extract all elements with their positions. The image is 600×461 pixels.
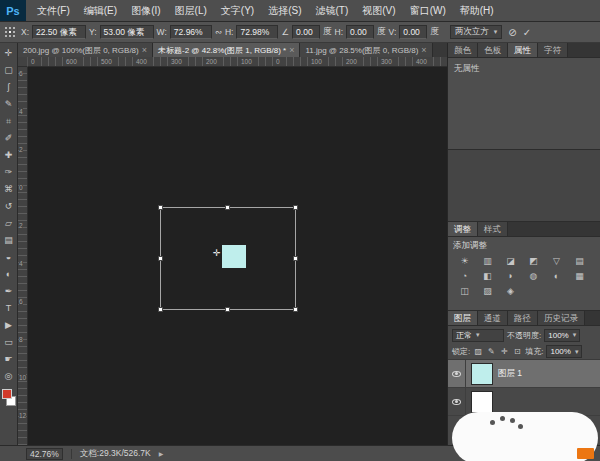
tab-adjustments[interactable]: 调整 bbox=[448, 222, 478, 236]
hand-tool[interactable]: ☛ bbox=[0, 351, 18, 368]
crop-tool[interactable]: ⌗ bbox=[0, 113, 18, 130]
lock-transparency-icon[interactable]: ▨ bbox=[473, 347, 483, 356]
layer-row-layer-1[interactable]: 图层 1 bbox=[448, 360, 600, 388]
invert-icon[interactable]: ◐ bbox=[545, 269, 568, 284]
tab-history[interactable]: 历史记录 bbox=[538, 311, 585, 325]
channel-mixer-icon[interactable]: ◍ bbox=[522, 269, 545, 284]
menu-item-type[interactable]: 文字(Y) bbox=[214, 0, 261, 21]
transform-handle-bottom-center[interactable] bbox=[225, 307, 230, 312]
menu-item-window[interactable]: 窗口(W) bbox=[403, 0, 453, 21]
vertical-ruler[interactable]: 6 4 2 0 2 4 6 8 10 12 bbox=[18, 67, 28, 445]
tab-paths[interactable]: 路径 bbox=[508, 311, 538, 325]
foreground-color-swatch[interactable] bbox=[2, 389, 12, 399]
history-brush-tool[interactable]: ↺ bbox=[0, 198, 18, 215]
menu-item-select[interactable]: 选择(S) bbox=[261, 0, 308, 21]
width-input[interactable]: 72.96% bbox=[170, 25, 212, 39]
layer-thumbnail[interactable] bbox=[471, 363, 493, 385]
photo-filter-icon[interactable]: ◗ bbox=[499, 269, 522, 284]
opacity-select[interactable]: 100% ▾ bbox=[544, 329, 580, 342]
black-white-icon[interactable]: ◧ bbox=[476, 269, 499, 284]
link-dimensions-icon[interactable]: ∾ bbox=[215, 27, 222, 37]
levels-icon[interactable]: ▥ bbox=[476, 254, 499, 269]
lock-all-icon[interactable]: ⊡ bbox=[512, 347, 522, 356]
transform-handle-bottom-right[interactable] bbox=[293, 307, 298, 312]
commit-transform-button[interactable]: ✓ bbox=[523, 27, 531, 38]
doc-tab-200jpg[interactable]: 200.jpg @ 100%(图层 0, RGB/8) × bbox=[18, 43, 153, 57]
transform-handle-middle-right[interactable] bbox=[293, 256, 298, 261]
menu-item-image[interactable]: 图像(I) bbox=[124, 0, 167, 21]
selective-color-icon[interactable]: ◈ bbox=[499, 284, 522, 299]
type-tool[interactable]: T bbox=[0, 300, 18, 317]
tab-swatches[interactable]: 色板 bbox=[478, 43, 508, 57]
blur-tool[interactable]: ◒ bbox=[0, 249, 18, 266]
transform-handle-top-center[interactable] bbox=[225, 205, 230, 210]
zoom-tool[interactable]: ◎ bbox=[0, 368, 18, 385]
menu-item-view[interactable]: 视图(V) bbox=[355, 0, 402, 21]
tab-styles[interactable]: 样式 bbox=[478, 222, 508, 236]
threshold-icon[interactable]: ◫ bbox=[453, 284, 476, 299]
tab-channels[interactable]: 通道 bbox=[478, 311, 508, 325]
tab-properties[interactable]: 属性 bbox=[508, 43, 538, 57]
color-balance-icon[interactable]: ◔ bbox=[453, 269, 476, 284]
curves-icon[interactable]: ◪ bbox=[499, 254, 522, 269]
height-input[interactable]: 72.98% bbox=[236, 25, 278, 39]
rectangle-tool[interactable]: ▭ bbox=[0, 334, 18, 351]
close-icon[interactable]: × bbox=[142, 45, 147, 55]
marquee-tool[interactable]: ▢ bbox=[0, 62, 18, 79]
skew-h-input[interactable]: 0.00 bbox=[346, 25, 374, 39]
menu-item-edit[interactable]: 编辑(E) bbox=[77, 0, 124, 21]
layer-thumbnail[interactable] bbox=[471, 391, 493, 413]
transform-handle-top-right[interactable] bbox=[293, 205, 298, 210]
lasso-tool[interactable]: ʃ bbox=[0, 79, 18, 96]
x-input[interactable]: 22.50 像素 bbox=[32, 25, 86, 39]
exposure-icon[interactable]: ◩ bbox=[522, 254, 545, 269]
brightness-contrast-icon[interactable]: ☀ bbox=[453, 254, 476, 269]
vibrance-icon[interactable]: ▽ bbox=[545, 254, 568, 269]
reference-point-icon[interactable] bbox=[4, 26, 16, 38]
fill-select[interactable]: 100% ▾ bbox=[546, 345, 582, 358]
interpolation-select[interactable]: 两次立方 ▾ bbox=[450, 25, 503, 39]
gradient-map-icon[interactable]: ▨ bbox=[476, 284, 499, 299]
y-input[interactable]: 53.00 像素 bbox=[100, 25, 154, 39]
eyedropper-tool[interactable]: ✐ bbox=[0, 130, 18, 147]
cancel-transform-button[interactable]: ⊘ bbox=[508, 27, 516, 38]
close-icon[interactable]: × bbox=[289, 45, 294, 55]
transform-handle-top-left[interactable] bbox=[158, 205, 163, 210]
eraser-tool[interactable]: ▱ bbox=[0, 215, 18, 232]
menu-item-layer[interactable]: 图层(L) bbox=[168, 0, 214, 21]
skew-v-input[interactable]: 0.00 bbox=[399, 25, 427, 39]
doc-tab-11jpg[interactable]: 11.jpg @ 28.5%(图层 0, RGB/8) × bbox=[300, 43, 432, 57]
close-icon[interactable]: × bbox=[421, 45, 426, 55]
lock-position-icon[interactable]: ✛ bbox=[499, 347, 509, 356]
tab-color[interactable]: 颜色 bbox=[448, 43, 478, 57]
menu-item-file[interactable]: 文件(F) bbox=[30, 0, 77, 21]
angle-input[interactable]: 0.00 bbox=[292, 25, 320, 39]
quick-selection-tool[interactable]: ✎ bbox=[0, 96, 18, 113]
blend-mode-select[interactable]: 正常 ▾ bbox=[452, 329, 504, 342]
brush-tool[interactable]: ✑ bbox=[0, 164, 18, 181]
zoom-level-field[interactable]: 42.76% bbox=[26, 448, 63, 460]
clone-stamp-tool[interactable]: ⌘ bbox=[0, 181, 18, 198]
transform-handle-middle-left[interactable] bbox=[158, 256, 163, 261]
doc-tab-untitled-2[interactable]: 未标题-2 @ 42.8%(图层 1, RGB/8) * × bbox=[153, 43, 300, 57]
lock-pixels-icon[interactable]: ✎ bbox=[486, 347, 496, 356]
transform-handle-bottom-left[interactable] bbox=[158, 307, 163, 312]
move-tool[interactable]: ✛ bbox=[0, 45, 18, 62]
layer-visibility-toggle[interactable] bbox=[448, 388, 466, 415]
menu-item-help[interactable]: 帮助(H) bbox=[453, 0, 501, 21]
dodge-tool[interactable]: ◐ bbox=[0, 266, 18, 283]
canvas[interactable]: ✛ bbox=[28, 67, 447, 445]
healing-brush-tool[interactable]: ✚ bbox=[0, 147, 18, 164]
posterize-icon[interactable]: ▦ bbox=[568, 269, 591, 284]
hue-saturation-icon[interactable]: ▤ bbox=[568, 254, 591, 269]
pen-tool[interactable]: ✒ bbox=[0, 283, 18, 300]
gradient-tool[interactable]: ▤ bbox=[0, 232, 18, 249]
status-menu-arrow-icon[interactable]: ▶ bbox=[159, 450, 164, 457]
path-selection-tool[interactable]: ▶ bbox=[0, 317, 18, 334]
menu-item-filter[interactable]: 滤镜(T) bbox=[309, 0, 356, 21]
tab-character[interactable]: 字符 bbox=[538, 43, 568, 57]
tab-layers[interactable]: 图层 bbox=[448, 311, 478, 325]
pasted-layer-object[interactable] bbox=[222, 245, 246, 268]
layer-visibility-toggle[interactable] bbox=[448, 360, 466, 387]
horizontal-ruler[interactable]: 0 600 500 400 300 200 100 0 100 200 300 … bbox=[28, 57, 447, 67]
